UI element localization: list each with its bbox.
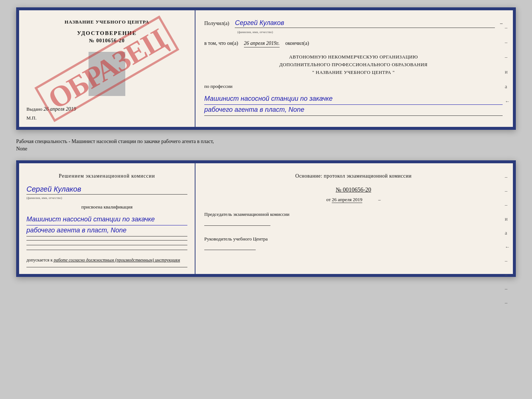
prof-line2-top: рабочего агента в пласт, None xyxy=(204,104,503,115)
middle-text-line1: Рабочая специальность - Машинист насосно… xyxy=(16,139,214,144)
assigned-text: присвоена квалификация xyxy=(26,204,187,210)
issued-prefix: Выдано xyxy=(26,106,42,112)
director-block: Руководитель учебного Центра xyxy=(204,235,503,251)
qual-line1: Машинист насосной станции по закачке xyxy=(26,214,187,224)
date-line: в том, что он(а) 26 апреля 2019г. окончи… xyxy=(204,40,503,47)
separator1 xyxy=(26,240,187,241)
chairman-label: Председатель экзаменационной комиссии xyxy=(204,210,503,218)
top-right-panel: Получил(а) Сергей Кулаков – (фамилия, им… xyxy=(195,10,513,127)
protocol-date: от 26 апреля 2019 – xyxy=(204,197,503,203)
photo-area xyxy=(89,52,125,96)
prof-line1-top: Машинист насосной станции по закачке xyxy=(204,94,503,104)
cert-number-top: № 0010656-20 xyxy=(89,38,125,44)
middle-text-block: Рабочая специальность - Машинист насосно… xyxy=(16,136,516,154)
commission-name: Сергей Кулаков xyxy=(26,185,187,195)
org-line1: АВТОНОМНУЮ НЕКОММЕРЧЕСКУЮ ОРГАНИЗАЦИЮ xyxy=(204,53,503,61)
qual-value: Машинист насосной станции по закачке раб… xyxy=(26,214,187,236)
issued-date: 26 апреля 2019 xyxy=(44,106,76,112)
protocol-number: № 0010656-20 xyxy=(204,186,503,193)
top-document: НАЗВАНИЕ УЧЕБНОГО ЦЕНТРА ОБРАЗЕЦ УДОСТОВ… xyxy=(16,7,516,130)
recipient-name: Сергей Кулаков xyxy=(235,19,495,28)
protocol-date-value: 26 апреля 2019 xyxy=(332,197,362,203)
commission-title: Решением экзаменационной комиссии xyxy=(26,172,187,180)
bottom-document: Решением экзаменационной комиссии Сергей… xyxy=(16,160,516,277)
date-prefix: в том, что он(а) xyxy=(204,40,238,46)
separator4 xyxy=(26,267,187,267)
qual-line2: рабочего агента в пласт, None xyxy=(26,225,187,235)
right-dash-1: – xyxy=(378,197,381,202)
director-label: Руководитель учебного Центра xyxy=(204,235,503,243)
profession-label-top: по профессии xyxy=(204,83,503,89)
cert-label: УДОСТОВЕРЕНИЕ xyxy=(77,30,137,36)
middle-text-line2: None xyxy=(16,146,27,152)
recipient-prefix: Получил(а) xyxy=(204,21,229,26)
basis-title: Основание: протокол экзаменационной коми… xyxy=(204,172,503,180)
right-dashes-bottom: – – – и а ← – – – – xyxy=(505,174,510,306)
allowed-text-value: работе согласно должностным (производств… xyxy=(54,257,180,263)
chairman-sig-line xyxy=(204,225,270,226)
mp-label: М.П. xyxy=(26,115,36,121)
top-left-panel: НАЗВАНИЕ УЧЕБНОГО ЦЕНТРА ОБРАЗЕЦ УДОСТОВ… xyxy=(19,10,195,127)
bottom-left-panel: Решением экзаменационной комиссии Сергей… xyxy=(19,163,195,274)
org-line3: " НАЗВАНИЕ УЧЕБНОГО ЦЕНТРА " xyxy=(204,69,503,76)
allowed-text-block: допускается к работе согласно должностны… xyxy=(26,257,187,263)
recipient-line: Получил(а) Сергей Кулаков – xyxy=(204,19,503,28)
bottom-right-panel: Основание: протокол экзаменационной коми… xyxy=(195,163,513,274)
allowed-prefix: допускается к xyxy=(26,257,53,263)
fio-hint-bottom: (фамилия, имя, отчество) xyxy=(26,196,187,200)
right-dashes-top: – – – и а ← xyxy=(505,25,510,104)
profession-value-top: Машинист насосной станции по закачке раб… xyxy=(204,94,503,116)
chairman-block: Председатель экзаменационной комиссии xyxy=(204,210,503,226)
training-center-title-top: НАЗВАНИЕ УЧЕБНОГО ЦЕНТРА xyxy=(65,19,150,25)
date-value-top: 26 апреля 2019г. xyxy=(244,40,280,47)
issued-line: Выдано 26 апреля 2019 xyxy=(26,106,76,112)
fio-hint-top: (фамилия, имя, отчество) xyxy=(237,30,503,34)
org-line2: ДОПОЛНИТЕЛЬНОГО ПРОФЕССИОНАЛЬНОГО ОБРАЗО… xyxy=(204,61,503,69)
protocol-date-prefix: от xyxy=(326,197,331,202)
director-sig-line xyxy=(204,250,256,250)
org-block: АВТОНОМНУЮ НЕКОММЕРЧЕСКУЮ ОРГАНИЗАЦИЮ ДО… xyxy=(204,53,503,76)
separator2 xyxy=(26,245,187,245)
separator3 xyxy=(26,250,187,250)
finished-label: окончил(а) xyxy=(285,40,309,46)
